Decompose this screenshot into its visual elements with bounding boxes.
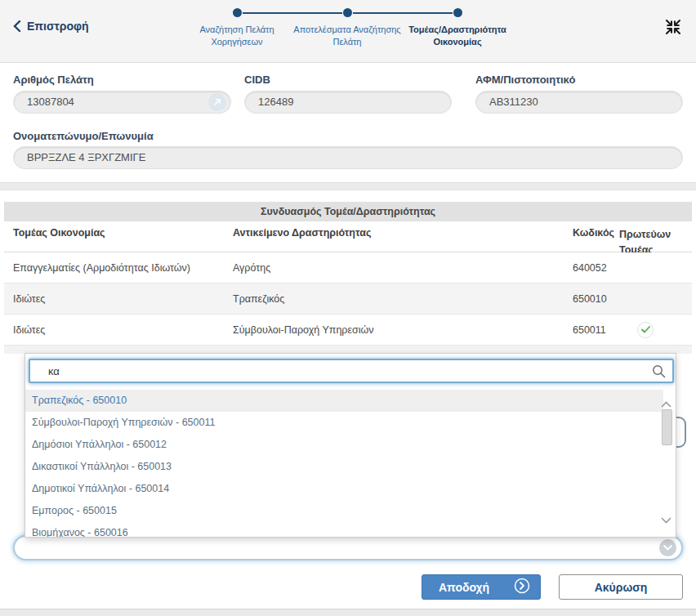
row-primary [619,252,678,283]
row-sector: Ιδιώτες [13,315,227,345]
cidb-label: CIDB [244,74,270,86]
row-activity: Αγρότης [233,252,555,283]
collapse-arrows-icon [663,27,683,39]
row-primary [619,283,678,314]
stepper-connector [243,12,342,14]
scroll-down-icon[interactable] [661,512,671,527]
row-code: 640052 [573,252,618,283]
stepper-step-search-results[interactable]: Αποτελέσματα Αναζήτησης Πελάτη [286,24,408,49]
chevron-left-icon [13,20,21,32]
row-primary [619,315,678,345]
dropdown-search-input[interactable] [29,359,674,383]
row-code: 650011 [573,315,618,345]
back-button[interactable]: Επιστροφή [13,20,89,33]
table-header-row: Τομέας Οικονομίας Αντικείμενο Δραστηριότ… [4,221,692,252]
primary-sector-check-icon [637,322,654,338]
full-name-value: ΒΡΡΞΖΛΕ 4 ΞΡΧΓΖΜΙΓΕ [27,151,145,163]
dropdown-option[interactable]: Βιομήχανος - 650016 [25,522,663,538]
dropdown-option[interactable]: Τραπεζικός - 650010 [25,390,663,412]
dropdown-option[interactable]: Δικαστικοί Υπάλληλοι - 650013 [25,456,663,478]
accept-button[interactable]: Αποδοχή [422,574,541,600]
dropdown-option-list: Τραπεζικός - 650010 Σύμβουλοι-Παροχή Υπη… [25,390,676,537]
full-name-label: Ονοματεπώνυμο/Επωνυμία [13,130,154,142]
cancel-button[interactable]: Ακύρωση [559,574,683,600]
dropdown-option[interactable]: Σύμβουλοι-Παροχή Υπηρεσιών - 650011 [25,412,663,434]
stepper-dot-3 [453,8,462,17]
dropdown-option[interactable]: Εμπορος - 650015 [25,500,663,522]
accept-label: Αποδοχή [439,581,489,594]
section-divider [0,182,696,190]
customer-number-field[interactable]: 13087804 [13,91,231,114]
customer-number-label: Αριθμός Πελάτη [13,74,94,86]
table-title: Συνδυασμός Τομέα/Δραστηριότητας [4,202,692,221]
table-row[interactable]: Ιδιώτες Τραπεζικός 650010 [4,283,692,315]
activity-dropdown-panel: Τραπεζικός - 650010 Σύμβουλοι-Παροχή Υπη… [25,353,676,538]
table-row[interactable]: Επαγγελματίες (Αρμοδιότητας Ιδιωτών) Αγρ… [4,252,692,283]
top-bar: Επιστροφή Αναζήτηση Πελάτη Χορηγήσεων Απ… [0,0,696,63]
stepper-step-sector-activity[interactable]: Τομέας/Δραστηριότητα Οικονομίας [396,24,519,49]
arrow-right-circle-icon [514,578,530,596]
stepper-dot-1 [233,8,242,17]
customer-sector-screen: Επιστροφή Αναζήτηση Πελάτη Χορηγήσεων Απ… [0,0,696,616]
chevron-down-icon[interactable] [659,539,676,556]
table-row[interactable]: Ιδιώτες Σύμβουλοι-Παροχή Υπηρεσιών 65001… [4,315,692,346]
footer-strip [0,609,696,616]
dropdown-option[interactable]: Δημόσιοι Υπάλληλοι - 650012 [25,434,663,456]
open-customer-icon[interactable] [208,93,226,111]
stepper-step-search-customer[interactable]: Αναζήτηση Πελάτη Χορηγήσεων [176,24,298,49]
col-header-sector: Τομέας Οικονομίας [13,221,227,252]
row-code: 650010 [573,283,618,314]
tax-id-label: ΑΦΜ/Πιστοποιητικό [475,74,575,86]
col-header-activity: Αντικείμενο Δραστηριότητας [233,221,555,252]
tax-id-field[interactable]: AB311230 [475,91,683,114]
customer-number-value: 13087804 [27,96,74,108]
scrollbar-thumb[interactable] [662,409,672,445]
tax-id-value: AB311230 [489,96,538,108]
cidb-field[interactable]: 126489 [244,91,452,114]
row-activity: Τραπεζικός [233,283,555,314]
collapse-button[interactable] [662,16,685,39]
full-name-field[interactable]: ΒΡΡΞΖΛΕ 4 ΞΡΧΓΖΜΙΓΕ [13,146,683,169]
back-label: Επιστροφή [27,20,89,33]
row-sector: Ιδιώτες [13,283,227,314]
activity-combobox[interactable] [13,535,683,560]
col-header-code: Κωδικός [573,221,618,252]
cidb-value: 126489 [258,96,293,108]
col-header-primary-sector: Πρωτεύων Τομέας [619,221,678,252]
row-sector: Επαγγελματίες (Αρμοδιότητας Ιδιωτών) [13,252,227,283]
stepper-connector [353,12,453,14]
stepper-dot-2 [343,8,352,17]
row-activity: Σύμβουλοι-Παροχή Υπηρεσιών [233,315,555,345]
dropdown-option[interactable]: Δημοτικοί Υπάλληλοι - 650014 [25,478,663,500]
